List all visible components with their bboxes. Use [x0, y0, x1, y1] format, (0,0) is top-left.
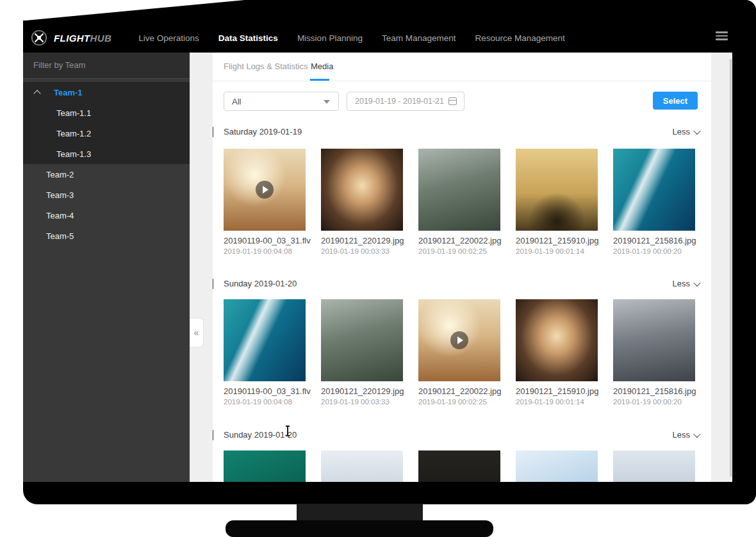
- media-thumbnail[interactable]: [613, 299, 695, 381]
- flighthub-logo-icon: [31, 29, 47, 46]
- media-thumbnail[interactable]: [516, 450, 598, 482]
- media-timestamp: 2019-01-19 00:00:20: [613, 247, 695, 255]
- date-range-input[interactable]: 2019-01-19 - 2019-01-21: [347, 92, 464, 111]
- media-thumbnail[interactable]: [321, 149, 403, 231]
- less-toggle[interactable]: Less: [673, 279, 700, 288]
- sidebar-item-team-5[interactable]: Team-5: [23, 226, 190, 246]
- media-panel: Flight Logs & Statistics Media All 2019-…: [213, 53, 711, 482]
- media-thumbnail[interactable]: [516, 299, 598, 381]
- section-header-3: Sunday 2019-01-20 Less: [213, 429, 711, 442]
- section-accent-bar: [213, 127, 213, 137]
- section-header-1: Saturday 2019-01-19 Less: [213, 126, 711, 139]
- monitor-stand-neck: [297, 504, 423, 522]
- media-thumbnail[interactable]: [418, 450, 500, 482]
- monitor-stand-base: [226, 520, 493, 537]
- nav-item-team-management[interactable]: Team Management: [382, 33, 456, 43]
- media-timestamp: 2019-01-19 00:02:25: [418, 247, 500, 255]
- media-card[interactable]: 20190121_220129.jpg 2019-01-19 00:03:33: [321, 149, 403, 255]
- media-type-dropdown[interactable]: All: [224, 92, 339, 111]
- tab-media[interactable]: Media: [311, 62, 333, 71]
- calendar-icon: [448, 97, 457, 105]
- sidebar-item-team-1-3[interactable]: Team-1.3: [23, 144, 190, 164]
- nav-item-resource-management[interactable]: Resource Management: [475, 33, 565, 43]
- nav-item-mission-planning[interactable]: Mission Planning: [297, 33, 363, 43]
- section-title: Sunday 2019-01-20: [224, 279, 297, 288]
- media-filename: 20190121_215910.jpg: [516, 386, 598, 396]
- chevron-down-icon: [693, 279, 700, 286]
- media-card[interactable]: 20190121_220022.jpg 2019-01-19 00:02:25: [418, 149, 500, 255]
- sidebar-item-team-3[interactable]: Team-3: [23, 185, 190, 205]
- media-card[interactable]: 20190121_215816.jpg 2019-01-19 00:00:20: [613, 299, 695, 406]
- media-card[interactable]: [418, 450, 500, 482]
- flighthub-logo: FLIGHTHUB: [31, 29, 111, 46]
- media-timestamp: 2019-01-19 00:03:33: [321, 398, 403, 406]
- media-card[interactable]: [516, 450, 598, 482]
- media-thumbnail[interactable]: [613, 149, 695, 231]
- media-timestamp: 2019-01-19 00:04:08: [224, 398, 306, 406]
- media-thumbnail[interactable]: [321, 450, 403, 482]
- nav-item-data-statistics[interactable]: Data Statistics: [218, 33, 278, 43]
- less-toggle[interactable]: Less: [673, 430, 700, 440]
- select-button[interactable]: Select: [653, 92, 698, 110]
- media-card[interactable]: 20190121_220022.jpg 2019-01-19 00:02:25: [418, 299, 500, 406]
- media-row-3: [213, 450, 711, 482]
- media-thumbnail[interactable]: [613, 450, 695, 482]
- section-accent-bar: [213, 279, 213, 289]
- sidebar-item-team-2[interactable]: Team-2: [23, 164, 190, 185]
- media-timestamp: 2019-01-19 00:04:08: [224, 247, 306, 255]
- less-toggle[interactable]: Less: [673, 127, 700, 136]
- sidebar-item-team-1[interactable]: Team-1: [23, 82, 190, 103]
- media-card[interactable]: [613, 450, 695, 482]
- media-card[interactable]: [321, 450, 403, 482]
- collapse-chevrons-icon: «: [194, 327, 199, 338]
- tab-flight-logs-statistics[interactable]: Flight Logs & Statistics: [224, 62, 308, 71]
- top-navbar: FLIGHTHUB Live Operations Data Statistic…: [23, 23, 732, 53]
- media-card[interactable]: 20190119-00_03_31.flv 2019-01-19 00:04:0…: [224, 299, 306, 406]
- caret-down-icon: [324, 100, 330, 104]
- media-timestamp: 2019-01-19 00:01:14: [516, 398, 598, 406]
- section-header-2: Sunday 2019-01-20 Less: [213, 278, 711, 291]
- media-filename: 20190119-00_03_31.flv: [224, 386, 306, 396]
- media-filename: 20190121_215910.jpg: [516, 236, 598, 245]
- active-tab-underline: [310, 79, 329, 81]
- media-filename: 20190121_220129.jpg: [321, 386, 403, 396]
- scrollbar-thumb[interactable]: [730, 59, 732, 477]
- media-card[interactable]: 20190121_215910.jpg 2019-01-19 00:01:14: [516, 299, 598, 406]
- media-thumbnail[interactable]: [321, 299, 403, 381]
- media-card[interactable]: 20190119-00_03_31.flv 2019-01-19 00:04:0…: [224, 149, 306, 255]
- sidebar-item-team-1-1[interactable]: Team-1.1: [23, 103, 190, 123]
- sidebar-item-team-1-2[interactable]: Team-1.2: [23, 123, 190, 144]
- section-accent-bar: [213, 430, 213, 440]
- chevron-down-icon: [693, 127, 700, 134]
- media-thumbnail[interactable]: [418, 149, 500, 231]
- media-thumbnail[interactable]: [224, 299, 306, 381]
- media-thumbnail[interactable]: [224, 450, 306, 482]
- media-filename: 20190121_220129.jpg: [321, 236, 403, 245]
- section-title: Saturday 2019-01-19: [224, 127, 302, 136]
- chevron-up-icon: [33, 90, 40, 97]
- sidebar-item-team-4[interactable]: Team-4: [23, 205, 190, 226]
- tab-bar: Flight Logs & Statistics Media: [213, 53, 711, 81]
- media-timestamp: 2019-01-19 00:01:14: [516, 247, 598, 255]
- sidebar-collapse-button[interactable]: «: [190, 318, 204, 347]
- media-card[interactable]: 20190121_215910.jpg 2019-01-19 00:01:14: [516, 149, 598, 255]
- media-filename: 20190121_220022.jpg: [418, 236, 500, 245]
- media-filename: 20190121_220022.jpg: [418, 386, 500, 396]
- media-thumbnail[interactable]: [224, 149, 306, 231]
- hamburger-menu-icon[interactable]: [716, 31, 728, 42]
- play-icon[interactable]: [450, 331, 468, 349]
- media-card[interactable]: 20190121_215816.jpg 2019-01-19 00:00:20: [613, 149, 695, 255]
- media-row-2: 20190119-00_03_31.flv 2019-01-19 00:04:0…: [213, 299, 711, 418]
- play-icon[interactable]: [256, 181, 274, 199]
- media-card[interactable]: [224, 450, 306, 482]
- chevron-down-icon: [693, 430, 700, 437]
- team-filter-sidebar: Filter by Team Team-1 Team-1.1 Team-1.2 …: [23, 53, 190, 482]
- nav-item-live-operations[interactable]: Live Operations: [138, 33, 199, 43]
- media-thumbnail[interactable]: [516, 149, 598, 231]
- text-cursor-pointer: [285, 425, 290, 436]
- device-mockup: FLIGHTHUB Live Operations Data Statistic…: [0, 0, 756, 537]
- media-card[interactable]: 20190121_220129.jpg 2019-01-19 00:03:33: [321, 299, 403, 406]
- main-nav: Live Operations Data Statistics Mission …: [138, 33, 565, 43]
- media-thumbnail[interactable]: [418, 299, 500, 381]
- media-filename: 20190121_215816.jpg: [613, 386, 695, 396]
